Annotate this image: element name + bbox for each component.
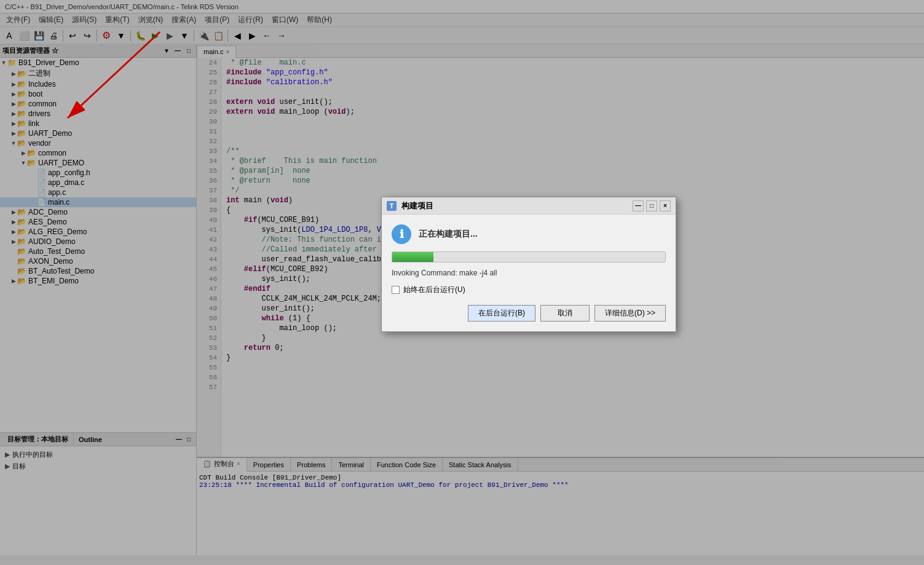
modal-status-text: 正在构建项目... [419,229,478,240]
modal-buttons: 在后台运行(B) 取消 详细信息(D) >> [392,305,666,322]
modal-command: Invoking Command: make -j4 all [392,269,666,277]
modal-run-bg-btn[interactable]: 在后台运行(B) [468,305,535,322]
modal-cancel-btn[interactable]: 取消 [540,305,590,322]
modal-info-icon: ℹ [392,224,411,244]
modal-title-icon: T [387,201,397,211]
modal-overlay: T 构建项目 — □ × ℹ 正在构建项目... Invoking Comman… [0,0,924,565]
modal-close-btn[interactable]: × [660,200,671,211]
modal-details-btn[interactable]: 详细信息(D) >> [594,305,666,322]
modal-window-btns: — □ × [633,200,671,211]
modal-body: ℹ 正在构建项目... Invoking Command: make -j4 a… [382,215,676,331]
progress-bar [392,251,666,263]
build-modal: T 构建项目 — □ × ℹ 正在构建项目... Invoking Comman… [381,197,676,332]
modal-minimize-btn[interactable]: — [633,200,644,211]
modal-maximize-btn[interactable]: □ [646,200,657,211]
modal-checkbox-label: 始终在后台运行(U) [403,285,465,295]
modal-checkbox-row: 始终在后台运行(U) [392,285,666,295]
modal-title-bar: T 构建项目 — □ × [382,197,676,215]
progress-bar-fill [392,252,433,262]
modal-title-text: 构建项目 [401,200,633,211]
modal-info-row: ℹ 正在构建项目... [392,224,666,244]
modal-checkbox[interactable] [392,286,400,294]
